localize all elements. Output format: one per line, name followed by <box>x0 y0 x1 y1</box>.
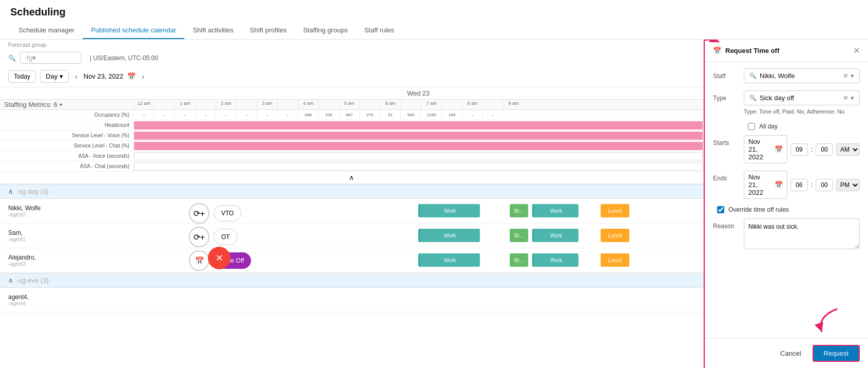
starts-minute-input[interactable] <box>816 143 833 156</box>
clear-icon[interactable]: ✕ <box>843 72 848 80</box>
wed-label: Wed <box>407 89 421 97</box>
staff-group-day-header: ∧ -sg-day (3) <box>0 184 703 199</box>
clear-icon[interactable]: ✕ <box>843 94 848 102</box>
work-block-2: Work <box>532 229 578 242</box>
lunch-block: Lunch <box>601 253 629 267</box>
wed-num: 23 <box>422 89 430 97</box>
break-block: Br... <box>510 204 528 217</box>
cell: - <box>195 110 216 120</box>
request-button[interactable]: Request <box>813 345 860 362</box>
time-slot <box>359 100 380 109</box>
ends-ampm-select[interactable]: AM PM <box>836 179 860 191</box>
time-slot: 5 am <box>339 100 359 109</box>
asa-chat-row: ASA - Chat (seconds) <box>0 161 703 172</box>
vto-button[interactable]: VTO <box>214 205 241 222</box>
search-icon: 🔍 <box>8 54 16 62</box>
break-block: Br... <box>510 253 528 267</box>
forecast-dropdown[interactable]: -fg ▾ <box>20 52 82 64</box>
asa-voice-row: ASA - Voice (seconds) <box>0 151 703 161</box>
chevron-down-icon: ▾ <box>851 94 854 102</box>
chevron-down-icon: ▾ <box>851 72 854 80</box>
starts-ampm-select[interactable]: AM PM <box>836 143 860 156</box>
starts-field-content: Nov 21, 2022 📅 : AM PM <box>744 135 860 163</box>
type-field-row: Type 🔍 Sick day off ✕ ▾ Ty <box>713 90 860 116</box>
headcount-cells <box>133 121 703 130</box>
staff-dropdown[interactable]: 🔍 Nikki, Wolfe ✕ ▾ <box>744 68 860 83</box>
staff-selected: Nikki, Wolfe <box>760 72 795 80</box>
tab-shift-activities[interactable]: Shift activities <box>184 22 241 39</box>
chevron-up-icon: ∧ <box>349 174 354 181</box>
ends-hour-input[interactable] <box>790 179 808 191</box>
staffing-metrics-text: Staffing Metrics: 6 <box>4 101 57 108</box>
nav-tabs: Schedule manager Published schedule cale… <box>10 22 858 39</box>
all-day-checkbox[interactable] <box>748 123 755 130</box>
tab-schedule-manager[interactable]: Schedule manager <box>10 22 83 39</box>
collapse-icon[interactable]: ∧ <box>8 188 13 195</box>
staff-row-alejandro: Alejandro, -agent3 Work Br... Work Lunch <box>0 248 703 273</box>
today-button[interactable]: Today <box>8 70 36 83</box>
tab-published-schedule[interactable]: Published schedule calendar <box>83 22 184 39</box>
ends-date-input[interactable]: Nov 21, 2022 📅 <box>744 171 787 199</box>
cancel-button[interactable]: Cancel <box>774 346 807 360</box>
ot-icon-button[interactable]: ⟳+ <box>189 227 209 247</box>
cell: 867 <box>339 110 359 120</box>
service-chat-label: Service Level - Chat (%) <box>0 143 133 149</box>
timeoff-icon-button[interactable]: 📅 <box>189 250 209 271</box>
starts-hour-input[interactable] <box>790 143 808 156</box>
collapse-icon-eve[interactable]: ∧ <box>8 277 13 284</box>
panel-title: 📅 Request Time off <box>713 47 779 54</box>
staff-name-sam: Sam, -agent1 <box>0 227 133 244</box>
cell: 51 <box>380 110 400 120</box>
right-panel-body: Staff 🔍 Nikki, Wolfe ✕ ▾ <box>705 62 868 338</box>
vto-icon-button[interactable]: ⟳+ <box>189 203 209 224</box>
ends-label: Ends <box>713 171 744 199</box>
staff-name-agent4: agent4, -agent4 <box>0 291 133 308</box>
work-block: Work <box>418 253 480 267</box>
time-slot: 8 am <box>462 100 483 109</box>
type-dropdown[interactable]: 🔍 Sick day off ✕ ▾ <box>744 90 860 105</box>
cell: - <box>257 110 277 120</box>
prev-date-button[interactable]: ‹ <box>73 70 80 83</box>
lunch-block: Lunch <box>601 204 629 217</box>
reason-textarea[interactable]: Nikki was out sick. <box>744 218 860 249</box>
time-slot: 1 am <box>175 100 195 109</box>
chevron-down-icon: ▾ <box>60 72 63 80</box>
close-action-button[interactable]: ✕ <box>208 247 230 269</box>
time-slot <box>400 100 421 109</box>
next-date-button[interactable]: › <box>140 70 146 83</box>
collapse-button[interactable]: ∧ <box>0 172 703 184</box>
ends-minute-input[interactable] <box>816 179 833 191</box>
current-date: Nov 23, 2022 <box>84 72 123 80</box>
staff-name-alejandro: Alejandro, -agent3 <box>0 252 133 269</box>
colon-separator: : <box>811 146 813 153</box>
ends-field-content: Nov 21, 2022 📅 : AM PM <box>744 171 860 199</box>
calendar-icon[interactable]: 📅 <box>127 72 136 80</box>
panel-title-text: Request Time off <box>725 47 779 54</box>
colon-separator-ends: : <box>811 181 813 189</box>
ot-button[interactable]: OT <box>214 229 238 245</box>
starts-field-row: Starts Nov 21, 2022 📅 : AM <box>713 135 860 163</box>
cell: 848 <box>298 110 318 120</box>
time-slot <box>318 100 339 109</box>
cell: - <box>216 110 236 120</box>
starts-date-input[interactable]: Nov 21, 2022 📅 <box>744 135 787 163</box>
tab-staff-rules[interactable]: Staff rules <box>356 22 402 39</box>
time-slot <box>195 100 216 109</box>
day-dropdown[interactable]: Day ▾ <box>40 70 69 83</box>
time-slot: 2 am <box>216 100 236 109</box>
asa-chat-label: ASA - Chat (seconds) <box>0 163 133 169</box>
close-panel-button[interactable]: ✕ <box>853 46 860 56</box>
top-header: Scheduling Schedule manager Published sc… <box>0 0 868 40</box>
override-checkbox[interactable] <box>717 206 724 213</box>
asa-voice-cells <box>133 152 703 161</box>
time-slot: 6 am <box>380 100 400 109</box>
tab-shift-profiles[interactable]: Shift profiles <box>242 22 295 39</box>
tab-staffing-groups[interactable]: Staffing groups <box>295 22 356 39</box>
staff-group-eve-header: ∧ -sg-eve (3) <box>0 273 703 288</box>
all-day-row: All day <box>713 123 860 130</box>
calendar-area: Wed 23 Staffing Metrics: 6 ▾ 12 am 1 am … <box>0 87 703 368</box>
date-nav: Today Day ▾ ‹ Nov 23, 2022 📅 › <box>0 66 703 87</box>
day-label: Day <box>46 72 57 80</box>
occupancy-label: Occupancy (%) <box>0 112 133 118</box>
ends-field-row: Ends Nov 21, 2022 📅 : AM <box>713 171 860 199</box>
